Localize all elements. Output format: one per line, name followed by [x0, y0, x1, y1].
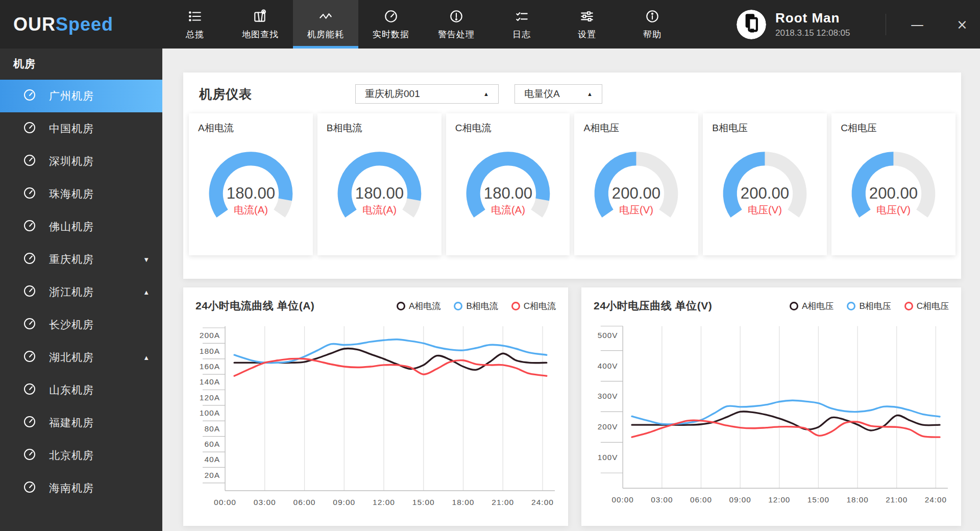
svg-text:18:00: 18:00 [846, 495, 868, 504]
gauge-card-3: C相电流 180.00 电流(A) [446, 113, 570, 255]
nav-tab-4[interactable]: 实时数据 [358, 0, 424, 49]
logo-text-speed: Speed [56, 14, 113, 35]
sidebar-item-4[interactable]: 珠海机房 [0, 178, 162, 210]
sidebar-item-label: 中国机房 [49, 122, 94, 136]
sidebar-item-label: 佛山机房 [49, 220, 94, 234]
nav-tab-label: 日志 [512, 29, 531, 40]
user-avatar[interactable] [737, 10, 766, 39]
gauge-icon [22, 251, 37, 268]
alert-icon [449, 9, 464, 24]
sidebar-item-label: 浙江机房 [49, 285, 94, 299]
sidebar-item-8[interactable]: 长沙机房 [0, 308, 162, 341]
legend-item[interactable]: A相电压 [790, 300, 834, 312]
sidebar-item-label: 深圳机房 [49, 154, 94, 168]
sidebar-item-5[interactable]: 佛山机房 [0, 210, 162, 243]
chevron-up-icon[interactable]: ▲ [143, 288, 150, 296]
nav-tab-7[interactable]: 设置 [554, 0, 620, 49]
sidebar-item-3[interactable]: 深圳机房 [0, 145, 162, 178]
top-nav-bar: OURSpeed 总揽地图查找机房能耗实时数据警告处理日志设置帮助 Root M… [0, 0, 980, 49]
meter-select-value: 电量仪A [524, 87, 560, 101]
svg-text:20A: 20A [204, 471, 220, 479]
nav-tab-6[interactable]: 日志 [489, 0, 554, 49]
sidebar-item-6[interactable]: 重庆机房▼ [0, 243, 162, 276]
gauge-chart: 180.00 电流(A) [326, 135, 433, 251]
nav-tab-label: 警告处理 [438, 29, 475, 40]
meter-select-dropdown[interactable]: 电量仪A ▲ [514, 84, 602, 104]
svg-text:100V: 100V [598, 453, 618, 462]
user-name: Root Man [775, 10, 862, 26]
gauge-card-2: B相电流 180.00 电流(A) [317, 113, 442, 255]
svg-text:200V: 200V [598, 422, 618, 431]
nav-tab-8[interactable]: 帮助 [620, 0, 685, 49]
sidebar-item-13[interactable]: 海南机房 [0, 472, 162, 504]
sidebar-item-10[interactable]: 山东机房 [0, 374, 162, 406]
sidebar-item-11[interactable]: 福建机房 [0, 406, 162, 439]
svg-text:100A: 100A [200, 408, 220, 417]
nav-tab-label: 机房能耗 [307, 29, 344, 40]
legend-item[interactable]: A相电流 [397, 300, 440, 312]
user-info: Root Man 2018.3.15 12:08:05 [775, 10, 862, 38]
svg-text:03:00: 03:00 [651, 495, 673, 504]
gauge-chart: 200.00 电压(V) [840, 135, 947, 251]
legend-item[interactable]: C相电流 [511, 300, 556, 312]
gauge-card-title: B相电流 [327, 122, 433, 135]
sidebar-item-12[interactable]: 北京机房 [0, 439, 162, 472]
settings-icon [579, 9, 595, 24]
sidebar-item-label: 北京机房 [49, 448, 94, 463]
svg-text:00:00: 00:00 [214, 498, 236, 506]
sidebar-item-9[interactable]: 湖北机房▲ [0, 341, 162, 374]
voltage-chart-header: 24小时电压曲线 单位(V) A相电压B相电压C相电压 [594, 297, 949, 315]
gauge-chart: 200.00 电压(V) [711, 135, 819, 251]
gauge-icon [22, 349, 37, 366]
gauge-icon [22, 317, 37, 333]
minimize-button[interactable]: — [899, 0, 935, 49]
gauge-value: 180.00 [483, 184, 532, 202]
gauge-icon [22, 415, 37, 431]
legend-item[interactable]: C相电压 [904, 300, 949, 312]
svg-text:09:00: 09:00 [333, 498, 355, 506]
sidebar-item-label: 重庆机房 [49, 252, 94, 267]
gauge-card-title: B相电压 [712, 122, 819, 135]
gauge-value: 200.00 [612, 184, 660, 202]
legend-label: C相电压 [917, 300, 949, 312]
legend-item[interactable]: B相电压 [847, 300, 891, 312]
map-search-icon [253, 9, 268, 24]
nav-tab-5[interactable]: 警告处理 [424, 0, 489, 49]
chevron-up-icon[interactable]: ▲ [143, 354, 150, 361]
realtime-gauge-icon [383, 9, 399, 24]
titlebar-divider [886, 14, 886, 35]
room-select-dropdown[interactable]: 重庆机房001 ▲ [355, 84, 499, 104]
close-button[interactable]: × [944, 0, 980, 49]
sidebar-item-2[interactable]: 中国机房 [0, 112, 162, 145]
nav-tab-label: 总揽 [186, 29, 204, 40]
chevron-down-icon[interactable]: ▼ [143, 256, 150, 263]
gauge-unit: 电压(V) [876, 204, 911, 215]
voltage-chart-title: 24小时电压曲线 单位(V) [594, 299, 712, 313]
sidebar-item-7[interactable]: 浙江机房▲ [0, 276, 162, 308]
gauge-value: 200.00 [741, 184, 789, 202]
legend-item[interactable]: B相电流 [454, 300, 498, 312]
app-window: OURSpeed 总揽地图查找机房能耗实时数据警告处理日志设置帮助 Root M… [0, 0, 980, 531]
room-list: 广州机房中国机房深圳机房珠海机房佛山机房重庆机房▼浙江机房▲长沙机房湖北机房▲山… [0, 80, 162, 504]
gauge-card-6: C相电压 200.00 电压(V) [831, 113, 955, 255]
legend-ring-icon [790, 302, 798, 310]
nav-tab-label: 地图查找 [242, 29, 279, 40]
nav-tab-1[interactable]: 总揽 [162, 0, 228, 49]
nav-tab-3[interactable]: 机房能耗 [293, 0, 358, 49]
room-select-value: 重庆机房001 [365, 87, 420, 101]
gauge-unit: 电流(A) [491, 204, 525, 215]
sidebar-item-1[interactable]: 广州机房 [0, 80, 162, 112]
current-datetime: 2018.3.15 12:08:05 [775, 28, 862, 38]
chevron-up-icon: ▲ [587, 91, 593, 97]
meters-panel-header: 机房仪表 重庆机房001 ▲ 电量仪A ▲ [189, 83, 955, 105]
legend-ring-icon [511, 302, 520, 310]
nav-tab-2[interactable]: 地图查找 [228, 0, 293, 49]
chevron-up-icon: ▲ [483, 91, 489, 97]
voltage-chart-legend: A相电压B相电压C相电压 [790, 300, 949, 312]
nav-tab-label: 设置 [578, 29, 596, 40]
nav-tab-label: 帮助 [643, 29, 662, 40]
svg-text:09:00: 09:00 [729, 495, 751, 504]
voltage-line-chart: 500V400V300V200V100V00:0003:0006:0009:00… [594, 318, 949, 511]
app-logo: OURSpeed [0, 0, 162, 49]
svg-text:300V: 300V [598, 392, 618, 400]
